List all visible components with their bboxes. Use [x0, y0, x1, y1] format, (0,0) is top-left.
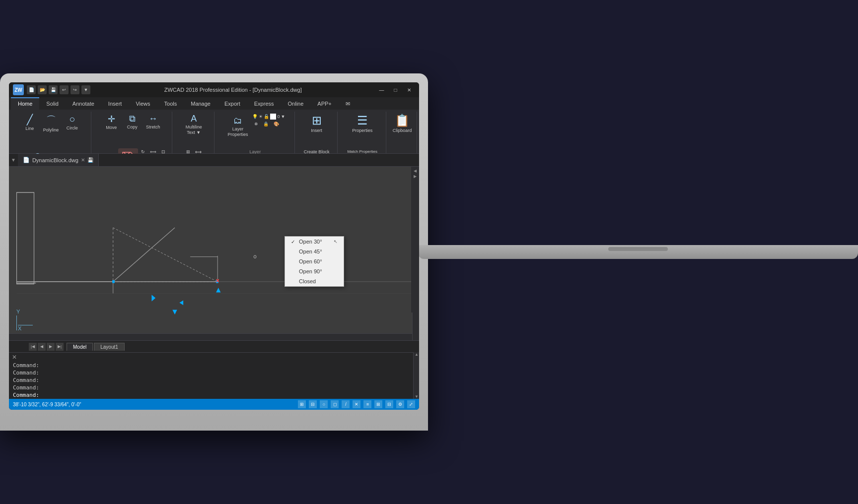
tab-export[interactable]: Export	[217, 97, 247, 110]
snap-icon[interactable]: ⊟	[309, 400, 317, 408]
layer-number: 0	[277, 114, 280, 119]
right-sidebar-arrow-down[interactable]: ▶	[414, 174, 417, 179]
clipboard-icon: 📋	[395, 114, 410, 127]
cmd-scroll-up[interactable]: ▲	[414, 352, 419, 357]
ribbon-tab-row: Home Solid Annotate Insert Views Tools M…	[9, 97, 419, 110]
tab-manage[interactable]: Manage	[184, 97, 217, 110]
tab-mail-icon[interactable]: ✉	[339, 97, 357, 110]
quick-access-toolbar: 📄 📂 💾 ↩ ↪ ▼	[27, 85, 90, 94]
tab-home[interactable]: Home	[11, 97, 39, 110]
fullscreen-icon[interactable]: ⤢	[407, 400, 415, 408]
save-icon[interactable]: 💾	[49, 85, 58, 94]
undo-icon[interactable]: ↩	[60, 85, 69, 94]
layout-nav-prev[interactable]: ◀	[38, 343, 46, 351]
cmd-line-active[interactable]: Command:	[9, 391, 419, 399]
menu-item-open90[interactable]: Open 90°	[285, 266, 344, 276]
cmd-scrollbar[interactable]: ▲ ▼	[413, 352, 419, 399]
line-button[interactable]: ╱ Line	[20, 112, 40, 147]
screen-bezel: ZW 📄 📂 💾 ↩ ↪ ▼ ZWCAD 2018 Professional E…	[9, 82, 419, 410]
menu-item-closed[interactable]: Closed	[285, 276, 344, 286]
lock-icon: 🔓	[264, 114, 269, 119]
polyline-icon: ⌒	[46, 114, 56, 127]
polar-icon[interactable]: ◻	[331, 400, 339, 408]
group-draw: ╱ Line ⌒ Polyline ○ Circle	[11, 112, 91, 153]
lineweight-icon[interactable]: ≡	[363, 400, 371, 408]
cmd-line-1: Command:	[9, 362, 419, 369]
horizontal-scrollbar[interactable]	[9, 333, 412, 340]
minimize-button[interactable]: —	[375, 85, 387, 94]
layer-properties-icon: 🗂	[233, 116, 242, 126]
menu-item-open45[interactable]: Open 45°	[285, 247, 344, 256]
zwcad-window: ZW 📄 📂 💾 ↩ ↪ ▼ ZWCAD 2018 Professional E…	[9, 82, 419, 410]
redo-icon[interactable]: ↪	[71, 85, 79, 94]
menu-item-open30[interactable]: ✓ Open 30° ↖	[285, 237, 344, 247]
move-button[interactable]: ✛ Move	[101, 112, 121, 147]
multiline-text-label: Multiline	[186, 125, 202, 129]
properties-icon: ☰	[357, 114, 368, 127]
tab-app-plus[interactable]: APP+	[310, 97, 338, 110]
maximize-button[interactable]: □	[389, 85, 401, 94]
circle-button[interactable]: ○ Circle	[62, 112, 82, 147]
ortho-icon[interactable]: ○	[320, 400, 328, 408]
group-clipboard: 📋 Clipboard	[387, 112, 417, 153]
osnap-icon[interactable]: /	[342, 400, 350, 408]
layer-properties-button[interactable]: 🗂 Layer Properties	[225, 114, 250, 149]
menu-item-open60[interactable]: Open 60°	[285, 256, 344, 266]
right-sidebar-arrow-up[interactable]: ◀	[414, 169, 417, 173]
doc-close-button[interactable]: ✕	[81, 157, 85, 163]
sc-icon[interactable]: ⊟	[385, 400, 393, 408]
copy-icon: ⧉	[129, 114, 136, 124]
lock-layer-button[interactable]: 🔒	[261, 121, 271, 127]
close-button[interactable]: ✕	[403, 85, 415, 94]
menu-item-open30-label: Open 30°	[299, 239, 322, 245]
cmd-close-button[interactable]: ✕	[12, 354, 17, 361]
tab-arrow: ▼	[11, 157, 16, 163]
stretch-button[interactable]: ↔ Stretch	[143, 112, 163, 147]
freeze-layer-button[interactable]: ❄	[252, 121, 260, 127]
layout-nav-last[interactable]: ▶|	[56, 343, 64, 351]
tab-express[interactable]: Express	[247, 97, 281, 110]
tab-annotate[interactable]: Annotate	[66, 97, 101, 110]
stretch-label: Stretch	[146, 125, 160, 129]
doc-save-icon[interactable]: 💾	[87, 157, 93, 163]
layout-tab-layout1[interactable]: Layout1	[94, 343, 125, 351]
cmd-scroll-down[interactable]: ▼	[414, 394, 419, 399]
layout-nav-first[interactable]: |◀	[29, 343, 37, 351]
ribbon-content: ╱ Line ⌒ Polyline ○ Circle	[9, 110, 419, 153]
new-icon[interactable]: 📄	[27, 85, 36, 94]
menu-item-closed-label: Closed	[299, 278, 316, 284]
qp-icon[interactable]: ⊞	[374, 400, 382, 408]
clipboard-button[interactable]: 📋 Clipboard	[390, 112, 415, 147]
properties-button[interactable]: ☰ Properties	[350, 112, 375, 147]
layout-tab-model[interactable]: Model	[67, 343, 93, 351]
polyline-button[interactable]: ⌒ Polyline	[41, 112, 62, 147]
tab-tools[interactable]: Tools	[157, 97, 184, 110]
tab-views[interactable]: Views	[129, 97, 157, 110]
settings-icon[interactable]: ⚙	[396, 400, 404, 408]
group-annotation: A Multiline Text ▼ ⊞ ⟷ ↗	[173, 112, 214, 153]
tab-online[interactable]: Online	[281, 97, 311, 110]
ribbon: Home Solid Annotate Insert Views Tools M…	[9, 97, 419, 154]
tab-solid[interactable]: Solid	[39, 97, 65, 110]
window-controls: — □ ✕	[375, 85, 415, 94]
dropdown-icon[interactable]: ▼	[81, 85, 90, 94]
text-label2: Text ▼	[187, 130, 201, 135]
canvas-area[interactable]: Y X	[9, 167, 419, 340]
insert-button[interactable]: ⊞ Insert	[307, 112, 327, 147]
grid-icon[interactable]: ⊞	[298, 400, 306, 408]
document-tab[interactable]: 📄 DynamicBlock.dwg ✕ 💾	[18, 154, 99, 166]
layer-dropdown-icon[interactable]: ▼	[281, 114, 285, 119]
context-menu: ✓ Open 30° ↖ Open 45° Open 60°	[285, 236, 344, 287]
layer-color	[270, 114, 276, 120]
layer-color-button[interactable]: 🎨	[272, 121, 281, 127]
menu-item-open60-label: Open 60°	[299, 258, 322, 264]
copy-label: Copy	[127, 125, 138, 129]
laptop-base	[418, 245, 858, 259]
otrack-icon[interactable]: ✕	[353, 400, 360, 408]
tab-insert[interactable]: Insert	[101, 97, 129, 110]
open-icon[interactable]: 📂	[38, 85, 47, 94]
layout-nav-next[interactable]: ▶	[47, 343, 55, 351]
app-title: ZWCAD 2018 Professional Edition - [Dynam…	[90, 87, 375, 93]
copy-button[interactable]: ⧉ Copy	[122, 112, 142, 147]
multiline-text-button[interactable]: A Multiline Text ▼	[179, 112, 209, 147]
